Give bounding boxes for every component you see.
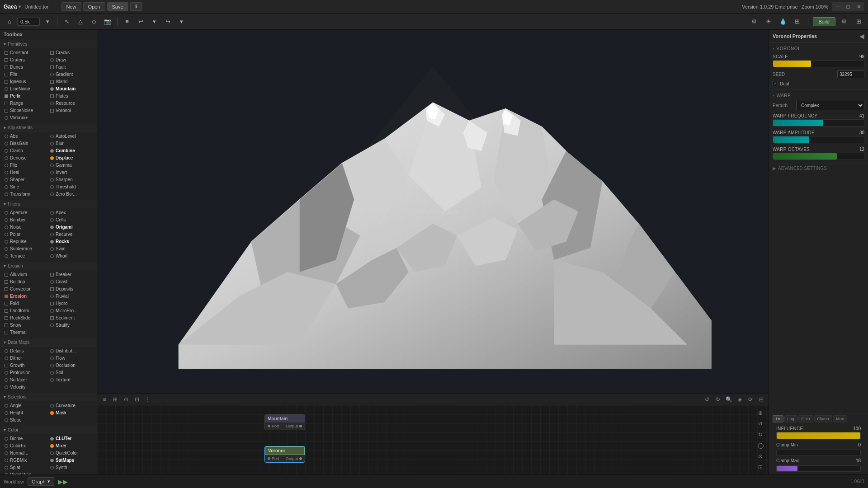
curve-tab-lv[interactable]: Lv (773, 415, 783, 422)
tool-breaker[interactable]: Breaker (48, 271, 94, 278)
warp-freq-slider-track[interactable] (773, 119, 864, 127)
tool-noise[interactable]: Noise (3, 224, 48, 230)
tool-aperture[interactable]: Aperture (3, 209, 48, 216)
workflow-graph-selector[interactable]: Graph ▾ (28, 477, 54, 486)
new-button[interactable]: New (61, 2, 81, 11)
graph-zoom-fit-icon[interactable]: ⊡ (132, 395, 142, 404)
tool-flow[interactable]: Flow (48, 355, 94, 361)
tool-height[interactable]: Height (3, 409, 48, 416)
tool-clamp[interactable]: Clamp (3, 147, 48, 154)
open-button[interactable]: Open (83, 2, 105, 11)
tool-range[interactable]: Range (3, 100, 48, 107)
tool-rgbmix[interactable]: RGBMix (3, 457, 48, 464)
tool-mask[interactable]: Mask (48, 409, 94, 416)
tool-soil[interactable]: Soil (48, 369, 94, 376)
tool-dither[interactable]: Dither (3, 355, 48, 361)
tool-coast[interactable]: Coast (48, 278, 94, 285)
influence-slider-track[interactable] (776, 432, 861, 439)
clamp-max-bar[interactable] (776, 465, 861, 472)
section-adjustments[interactable]: ▾ Adjustments (0, 124, 97, 132)
redo-button[interactable]: ↪ (162, 16, 174, 28)
dual-checkbox[interactable]: ✓ (773, 81, 778, 86)
tool-threshold[interactable]: Threshold (48, 183, 94, 190)
tool-fault[interactable]: Fault (48, 64, 94, 70)
tool-draw[interactable]: Draw (48, 56, 94, 63)
graph-zoom-icon[interactable]: 🔍 (724, 395, 733, 404)
app-chevron[interactable]: ▾ (19, 4, 21, 9)
tool-slope[interactable]: Slope (3, 417, 48, 423)
menu-icon-button[interactable]: ≡ (121, 16, 133, 28)
undo-chevron-icon[interactable]: ▾ (148, 16, 160, 28)
tool-sharpen[interactable]: Sharpen (48, 176, 94, 183)
minimize-button[interactable]: − (832, 2, 843, 11)
tool-landform[interactable]: Landform (3, 307, 48, 314)
graph-nav-icon[interactable]: ◈ (735, 395, 744, 404)
tool-voronoi-plus[interactable]: Voronoi+ (3, 114, 48, 121)
chevron-down-icon[interactable]: ▾ (42, 16, 53, 28)
curve-tab-clamp[interactable]: Clamp (814, 415, 832, 422)
tool-normal[interactable]: Normal... (3, 450, 48, 456)
tool-angle[interactable]: Angle (3, 402, 48, 409)
tool-biome[interactable]: Biome (3, 435, 48, 442)
tool-curvature[interactable]: Curvature (48, 402, 94, 409)
tool-file[interactable]: File (3, 71, 48, 78)
tool-repulse[interactable]: Repulse (3, 238, 48, 245)
warp-oct-slider-track[interactable] (773, 153, 864, 160)
build-button[interactable]: Build (813, 17, 835, 26)
tool-microero[interactable]: MicroEro... (48, 307, 94, 314)
tool-shaper[interactable]: Shaper (3, 176, 48, 183)
tool-buildup[interactable]: Buildup (3, 278, 48, 285)
paint-tool-button[interactable]: ◇ (88, 16, 100, 28)
graph-side-btn-1[interactable]: ⊕ (756, 408, 765, 418)
tool-origami[interactable]: Origami (48, 224, 94, 230)
tool-velocity[interactable]: Velocity (3, 384, 48, 390)
sun-icon[interactable]: ☀ (763, 16, 774, 28)
graph-side-btn-2[interactable]: ↺ (756, 419, 765, 428)
advanced-settings-button[interactable]: ▶ ADVANCED SETTINGS (769, 164, 868, 173)
tool-apex[interactable]: Apex (48, 209, 94, 216)
tool-heal[interactable]: Heal (3, 169, 48, 176)
save-button[interactable]: Save (107, 2, 128, 11)
tool-protrusion[interactable]: Protrusion (3, 369, 48, 376)
graph-side-btn-4[interactable]: ◯ (756, 441, 765, 450)
graph-redo-icon[interactable]: ↻ (713, 395, 722, 404)
section-color[interactable]: ▾ Color (0, 426, 97, 434)
tool-texture[interactable]: Texture (48, 376, 94, 383)
tool-displace[interactable]: Displace (48, 155, 94, 161)
value-display[interactable]: 0.5k (17, 18, 40, 26)
node-mountain[interactable]: Mountain Port Output (264, 414, 305, 430)
tool-sine[interactable]: Sine (3, 183, 48, 190)
tool-convector[interactable]: Convector (3, 286, 48, 292)
graph-layout-icon[interactable]: ⊟ (757, 395, 766, 404)
tool-gradient[interactable]: Gradient (48, 71, 94, 78)
tool-details[interactable]: Details (3, 347, 48, 354)
cursor-tool-button[interactable]: ↖ (61, 16, 73, 28)
tool-gamma[interactable]: Gamma (48, 162, 94, 169)
settings-icon[interactable]: ⚙ (748, 16, 760, 28)
tool-invert[interactable]: Invert (48, 169, 94, 176)
graph-side-btn-3[interactable]: ↻ (756, 430, 765, 439)
section-erosion[interactable]: ▾ Erosion (0, 262, 97, 270)
tool-slopenoise[interactable]: SlopeNoise (3, 107, 48, 114)
tool-occlusion[interactable]: Occlusion (48, 362, 94, 369)
node-voronoi[interactable]: Voronoi Port Output (264, 446, 305, 463)
tool-sediment[interactable]: Sediment (48, 314, 94, 321)
tool-erosion[interactable]: Erosion (3, 293, 48, 300)
curve-tab-max[interactable]: Max (833, 415, 847, 422)
tool-bomber[interactable]: Bomber (3, 216, 48, 223)
tool-autolevel[interactable]: AutoLevel (48, 133, 94, 140)
tool-vegetation[interactable]: Vegetation (3, 471, 48, 474)
tool-synth[interactable]: Synth (48, 464, 94, 471)
tool-subterrace[interactable]: Subterrace (3, 245, 48, 252)
tool-splat[interactable]: Splat (3, 464, 48, 471)
graph-grid-icon[interactable]: ⊞ (111, 395, 120, 404)
graph-side-btn-6[interactable]: ⊡ (756, 463, 765, 472)
tool-craters[interactable]: Craters (3, 56, 48, 63)
tool-perlin[interactable]: Perlin (3, 93, 48, 99)
tool-stratify[interactable]: Stratify (48, 322, 94, 328)
curve-tab-log[interactable]: Log (784, 415, 797, 422)
maximize-button[interactable]: □ (843, 2, 854, 11)
build-grid-icon[interactable]: ⊞ (853, 16, 864, 28)
graph-rotate-icon[interactable]: ⟳ (746, 395, 755, 404)
graph-undo-icon[interactable]: ↺ (703, 395, 712, 404)
